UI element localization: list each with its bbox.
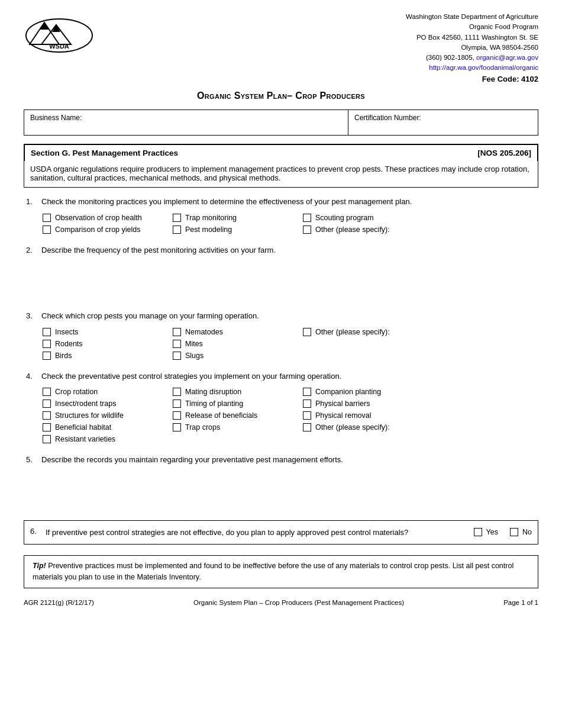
checkbox-scouting[interactable] xyxy=(303,214,311,222)
checkbox-trap-monitoring[interactable] xyxy=(173,214,181,222)
q6-yes-no: Yes No xyxy=(474,527,532,536)
cb-physical-barriers: Physical barriers xyxy=(303,400,457,408)
checkbox-timing-planting[interactable] xyxy=(173,400,181,408)
cb-q1-other-label: Other (please specify): xyxy=(315,226,390,234)
cb-release-beneficials: Release of beneficials xyxy=(173,411,303,420)
cert-number-label: Certification Number: xyxy=(354,114,421,122)
website-link[interactable]: http://agr.wa.gov/foodanimal/organic xyxy=(406,63,538,73)
business-name-label: Business Name: xyxy=(30,114,82,122)
q4-text: Check the preventative pest control stra… xyxy=(41,371,341,382)
question-5: 5. Describe the records you maintain reg… xyxy=(24,454,538,510)
checkbox-trap-crops[interactable] xyxy=(173,423,181,431)
cb-observation-label: Observation of crop health xyxy=(55,214,142,222)
cb-structures-wildlife: Structures for wildlife xyxy=(43,411,173,420)
cb-crop-rotation-label: Crop rotation xyxy=(55,388,98,396)
cb-observation: Observation of crop health xyxy=(43,214,173,222)
checkbox-physical-barriers[interactable] xyxy=(303,400,311,408)
cb-yes: Yes xyxy=(474,528,498,536)
checkbox-insects[interactable] xyxy=(43,328,51,336)
cb-scouting-label: Scouting program xyxy=(315,214,374,222)
q5-answer-area[interactable] xyxy=(26,472,536,510)
checkbox-rodents[interactable] xyxy=(43,340,51,348)
q1-text: Check the monitoring practices you imple… xyxy=(41,196,412,208)
q6-content: 6. If preventive pest control strategies… xyxy=(30,527,462,539)
checkbox-structures-wildlife[interactable] xyxy=(43,411,51,420)
cb-q4-other: Other (please specify): xyxy=(303,423,457,431)
cb-timing-planting: Timing of planting xyxy=(173,400,303,408)
footer-left: AGR 2121(g) (R/12/17) xyxy=(24,599,94,606)
checkbox-no[interactable] xyxy=(510,528,518,536)
header: WSDA Washington State Department of Agri… xyxy=(24,12,538,85)
q1-label: 1. Check the monitoring practices you im… xyxy=(26,196,536,208)
q2-label: 2. Describe the frequency of the pest mo… xyxy=(26,244,536,256)
checkbox-mites[interactable] xyxy=(173,340,181,348)
cb-pest-modeling-label: Pest modeling xyxy=(185,226,232,234)
checkbox-beneficial-habitat[interactable] xyxy=(43,423,51,431)
checkbox-companion-planting[interactable] xyxy=(303,388,311,396)
cb-insects: Insects xyxy=(43,328,173,336)
email-link[interactable]: organic@agr.wa.gov xyxy=(476,54,538,61)
section-g-block: Section G. Pest Management Practices [NO… xyxy=(24,144,538,188)
checkbox-resistant-varieties[interactable] xyxy=(43,435,51,443)
cb-comparison: Comparison of crop yields xyxy=(43,226,173,234)
checkbox-birds[interactable] xyxy=(43,352,51,360)
checkbox-observation[interactable] xyxy=(43,214,51,222)
section-g-header: Section G. Pest Management Practices [NO… xyxy=(24,144,538,161)
cb-birds: Birds xyxy=(43,352,173,360)
checkbox-slugs[interactable] xyxy=(173,352,181,360)
q3-num: 3. xyxy=(26,310,37,322)
checkbox-comparison[interactable] xyxy=(43,226,51,234)
cb-trap-crops-label: Trap crops xyxy=(185,423,220,431)
q4-checkboxes: Crop rotation Mating disruption Companio… xyxy=(43,388,536,443)
q4-num: 4. xyxy=(26,371,37,382)
q2-answer-area[interactable] xyxy=(26,262,536,299)
checkbox-insect-traps[interactable] xyxy=(43,400,51,408)
question-4: 4. Check the preventative pest control s… xyxy=(24,371,538,444)
checkbox-release-beneficials[interactable] xyxy=(173,411,181,420)
page-title: Organic System Plan– Crop Producers xyxy=(24,91,538,101)
cb-trap-monitoring: Trap monitoring xyxy=(173,214,303,222)
cb-slugs: Slugs xyxy=(173,352,303,360)
question-2: 2. Describe the frequency of the pest mo… xyxy=(24,244,538,300)
cb-crop-rotation: Crop rotation xyxy=(43,388,173,396)
q3-text: Check which crop pests you manage on you… xyxy=(41,310,259,322)
cb-nematodes-label: Nematodes xyxy=(185,328,223,336)
checkbox-pest-modeling[interactable] xyxy=(173,226,181,234)
cb-release-beneficials-label: Release of beneficials xyxy=(185,411,257,420)
cb-slugs-label: Slugs xyxy=(185,352,204,360)
cb-insects-label: Insects xyxy=(55,328,79,336)
svg-text:WSDA: WSDA xyxy=(49,43,69,50)
cb-resistant-varieties: Resistant varieties xyxy=(43,435,173,443)
q3-checkboxes: Insects Nematodes Other (please specify)… xyxy=(43,328,536,360)
cb-nematodes: Nematodes xyxy=(173,328,303,336)
checkbox-mating-disruption[interactable] xyxy=(173,388,181,396)
q5-label: 5. Describe the records you maintain reg… xyxy=(26,454,536,466)
checkbox-physical-removal[interactable] xyxy=(303,411,311,420)
q6-num: 6. xyxy=(30,527,41,539)
checkbox-crop-rotation[interactable] xyxy=(43,388,51,396)
cb-trap-monitoring-label: Trap monitoring xyxy=(185,214,237,222)
wsda-logo: WSDA xyxy=(24,12,95,53)
checkbox-yes[interactable] xyxy=(474,528,482,536)
cb-physical-removal-label: Physical removal xyxy=(315,411,371,420)
checkbox-q3-other[interactable] xyxy=(303,328,311,336)
checkbox-q1-other[interactable] xyxy=(303,226,311,234)
cb-q4-other-label: Other (please specify): xyxy=(315,423,390,431)
checkbox-q4-other[interactable] xyxy=(303,423,311,431)
logo-area: WSDA xyxy=(24,12,101,55)
q4-label: 4. Check the preventative pest control s… xyxy=(26,371,536,382)
section-g-nos: [NOS 205.206] xyxy=(477,149,531,157)
q1-checkboxes-row1: Observation of crop health Trap monitori… xyxy=(43,214,536,234)
section-g-title: Section G. Pest Management Practices xyxy=(31,149,178,157)
cb-beneficial-habitat-label: Beneficial habitat xyxy=(55,423,111,431)
phone: (360) 902-1805, xyxy=(426,54,474,61)
footer-center: Organic System Plan – Crop Producers (Pe… xyxy=(193,599,404,606)
cb-scouting: Scouting program xyxy=(303,214,457,222)
address-area: Washington State Department of Agricultu… xyxy=(406,12,538,85)
cb-structures-wildlife-label: Structures for wildlife xyxy=(55,411,124,420)
cb-physical-removal: Physical removal xyxy=(303,411,457,420)
q2-num: 2. xyxy=(26,244,37,256)
cb-trap-crops: Trap crops xyxy=(173,423,303,431)
cb-mating-disruption: Mating disruption xyxy=(173,388,303,396)
checkbox-nematodes[interactable] xyxy=(173,328,181,336)
